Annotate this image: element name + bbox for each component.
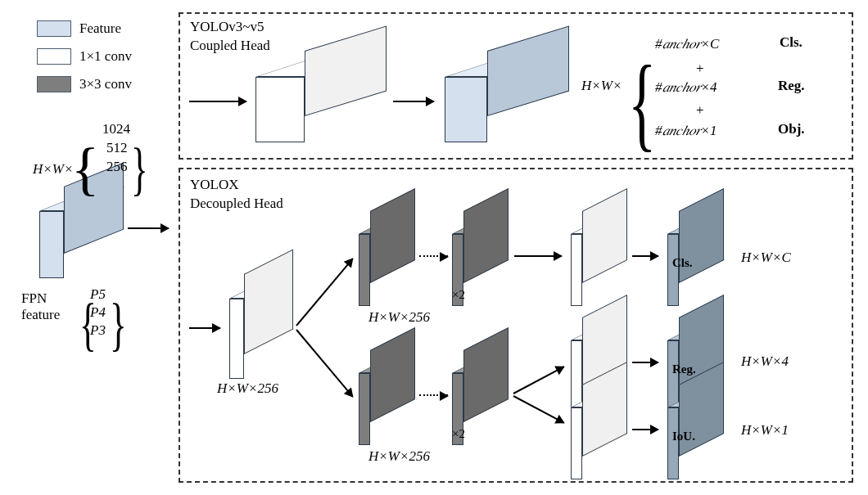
coupled-row3: #𝑎𝑛𝑐ℎ𝑜𝑟×1 bbox=[655, 123, 717, 139]
coupled-row2: #𝑎𝑛𝑐ℎ𝑜𝑟×4 bbox=[655, 79, 717, 96]
arrow-top-dotted bbox=[419, 255, 448, 257]
arrow-decoupled-in bbox=[189, 327, 220, 329]
arrow-top-out bbox=[514, 255, 562, 257]
coupled-row3-tag: Obj. bbox=[778, 121, 805, 137]
top-branch-dim: H×W×256 bbox=[368, 309, 430, 326]
block-top-conv3x3-a bbox=[359, 211, 424, 309]
coupled-title: YOLOv3~v5 Coupled Head bbox=[190, 18, 270, 56]
iou-dim: H×W×1 bbox=[741, 422, 789, 439]
legend: Feature 1×1 conv 3×3 conv bbox=[37, 16, 160, 100]
block-coupled-conv3x3 bbox=[255, 51, 391, 141]
block-iou-conv1x1 bbox=[571, 385, 636, 483]
arrow-fpn-out bbox=[128, 227, 169, 229]
fpn-ch-512: 512 bbox=[106, 140, 128, 156]
legend-feature: Feature bbox=[37, 16, 160, 41]
fpn-ch-1024: 1024 bbox=[102, 121, 130, 137]
coupled-row1-tag: Cls. bbox=[780, 34, 802, 51]
legend-conv1-label: 1×1 conv bbox=[79, 48, 132, 65]
coupled-plus1: + bbox=[696, 61, 704, 77]
arrow-coupled-mid bbox=[393, 101, 434, 102]
arrow-top-to-cls bbox=[632, 255, 658, 257]
arrow-iou-to-feat bbox=[632, 429, 658, 430]
fpn-p5: P5 bbox=[90, 286, 106, 303]
arrow-bot-dotted bbox=[419, 394, 448, 396]
block-decoupled-stem bbox=[229, 274, 303, 380]
fpn-p4: P4 bbox=[90, 304, 106, 321]
swatch-conv3x3 bbox=[37, 76, 71, 92]
block-bot-conv3x3-a bbox=[359, 350, 424, 448]
decoupled-title-l2: Decoupled Head bbox=[190, 196, 283, 211]
decoupled-title-l1: YOLOX bbox=[190, 177, 239, 192]
fpn-p3: P3 bbox=[90, 322, 106, 339]
coupled-plus2: + bbox=[696, 102, 704, 119]
swatch-feature bbox=[37, 20, 71, 37]
fpn-label: FPNfeature bbox=[21, 290, 60, 323]
cls-dim: H×W×C bbox=[741, 250, 791, 266]
coupled-row2-tag: Reg. bbox=[778, 78, 805, 94]
top-x2: ×2 bbox=[452, 288, 465, 302]
fpn-dims: H×W× { 1024 512 256 } bbox=[33, 131, 105, 178]
block-iou-feature: IoU. bbox=[667, 385, 733, 483]
block-coupled-feature bbox=[445, 51, 580, 141]
fpn-ch-256: 256 bbox=[106, 159, 128, 175]
fpn-dims-prefix: H×W× bbox=[33, 161, 73, 177]
legend-conv3-label: 3×3 conv bbox=[79, 76, 132, 92]
coupled-prefix: H×W× bbox=[581, 78, 622, 94]
legend-conv1: 1×1 conv bbox=[37, 44, 160, 69]
swatch-conv1x1 bbox=[37, 48, 71, 65]
decoupled-title: YOLOX Decoupled Head bbox=[190, 176, 283, 214]
coupled-title-l1: YOLOv3~v5 bbox=[190, 19, 264, 34]
legend-feature-label: Feature bbox=[79, 20, 121, 37]
coupled-row1: #𝑎𝑛𝑐ℎ𝑜𝑟×C bbox=[655, 36, 719, 52]
bot-branch-dim: H×W×256 bbox=[368, 448, 430, 465]
legend-conv3: 3×3 conv bbox=[37, 72, 160, 97]
bot-x2: ×2 bbox=[452, 427, 465, 441]
decoupled-stem-dim: H×W×256 bbox=[217, 380, 278, 397]
arrow-reg-to-feat bbox=[632, 362, 658, 363]
reg-dim: H×W×4 bbox=[741, 353, 789, 370]
arrow-coupled-in bbox=[189, 101, 246, 102]
